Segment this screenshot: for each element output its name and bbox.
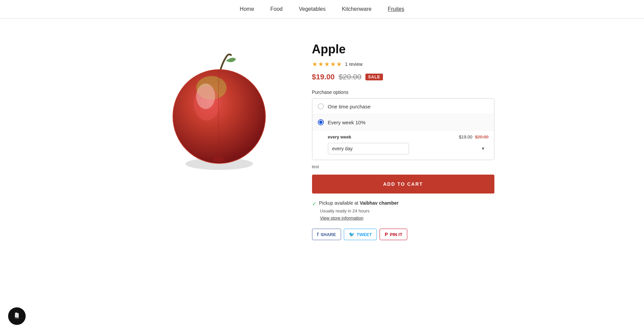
sub-period-row: every week $19.00 $20.00 bbox=[328, 134, 489, 139]
pickup-ready-text: Usually ready in 24 hours bbox=[320, 208, 494, 213]
nav-home[interactable]: Home bbox=[240, 6, 254, 12]
price-original: $20.00 bbox=[339, 73, 361, 81]
product-title: Apple bbox=[312, 42, 494, 56]
review-count: 1 review bbox=[345, 61, 363, 67]
store-name: Vaibhav chamber bbox=[360, 200, 398, 206]
sub-price-original: $20.00 bbox=[475, 134, 489, 139]
price-row: $19.00 $20.00 SALE bbox=[312, 73, 494, 81]
pickup-text: Pickup available at Vaibhav chamber bbox=[319, 200, 399, 206]
purchase-options-box: One time purchase Every week 10% every w… bbox=[312, 98, 494, 160]
option-one-time[interactable]: One time purchase bbox=[312, 99, 494, 114]
sub-select-wrapper: every day every week every month ▼ bbox=[328, 143, 489, 154]
option-subscription[interactable]: Every week 10% bbox=[312, 114, 494, 130]
sub-period-label: every week bbox=[328, 134, 351, 139]
svg-point-5 bbox=[196, 83, 215, 109]
sub-prices: $19.00 $20.00 bbox=[459, 134, 489, 139]
nav-vegetables[interactable]: Vegetables bbox=[299, 6, 326, 12]
star-rating: ★★★★★ bbox=[312, 60, 342, 68]
test-label: test bbox=[312, 164, 494, 169]
main-nav: Home Food Vegetables Kitchenware Fruites bbox=[240, 6, 404, 12]
sale-badge: SALE bbox=[365, 74, 383, 80]
share-row: f SHARE 🐦 TWEET P PIN IT bbox=[312, 229, 494, 240]
product-image bbox=[157, 39, 278, 174]
facebook-share-label: SHARE bbox=[320, 232, 336, 237]
nav-fruites[interactable]: Fruites bbox=[388, 6, 404, 12]
pickup-row: ✓ Pickup available at Vaibhav chamber bbox=[312, 200, 494, 207]
svg-point-6 bbox=[213, 157, 225, 162]
nav-kitchenware[interactable]: Kitchenware bbox=[342, 6, 371, 12]
header: Home Food Vegetables Kitchenware Fruites bbox=[0, 0, 644, 19]
nav-food[interactable]: Food bbox=[271, 6, 283, 12]
frequency-select[interactable]: every day every week every month bbox=[328, 143, 409, 154]
product-info: Apple ★★★★★ 1 review $19.00 $20.00 SALE … bbox=[312, 39, 494, 240]
facebook-icon: f bbox=[317, 232, 319, 237]
checkmark-icon: ✓ bbox=[312, 201, 316, 207]
sub-price-current: $19.00 bbox=[459, 134, 472, 139]
twitter-share-label: TWEET bbox=[357, 232, 372, 237]
product-image-area bbox=[150, 39, 285, 174]
add-to-cart-button[interactable]: ADD TO CART bbox=[312, 175, 494, 194]
option-one-time-label: One time purchase bbox=[328, 104, 371, 109]
pinterest-share-label: PIN IT bbox=[390, 232, 403, 237]
pinterest-icon: P bbox=[385, 232, 388, 237]
price-current: $19.00 bbox=[312, 73, 335, 81]
facebook-share-button[interactable]: f SHARE bbox=[312, 229, 341, 240]
reviews-row: ★★★★★ 1 review bbox=[312, 60, 494, 68]
twitter-icon: 🐦 bbox=[349, 232, 355, 237]
chevron-down-icon: ▼ bbox=[481, 146, 485, 151]
radio-one-time[interactable] bbox=[318, 103, 324, 109]
pinterest-share-button[interactable]: P PIN IT bbox=[380, 229, 407, 240]
twitter-share-button[interactable]: 🐦 TWEET bbox=[344, 229, 377, 240]
product-page: Apple ★★★★★ 1 review $19.00 $20.00 SALE … bbox=[136, 39, 508, 240]
purchase-options-label: Purchase options bbox=[312, 89, 494, 95]
radio-subscription[interactable] bbox=[318, 119, 324, 125]
view-store-link[interactable]: View store information bbox=[320, 215, 494, 221]
radio-inner-dot bbox=[319, 121, 323, 124]
subscription-details: every week $19.00 $20.00 every day every… bbox=[312, 130, 494, 160]
option-subscription-label: Every week 10% bbox=[328, 120, 366, 125]
